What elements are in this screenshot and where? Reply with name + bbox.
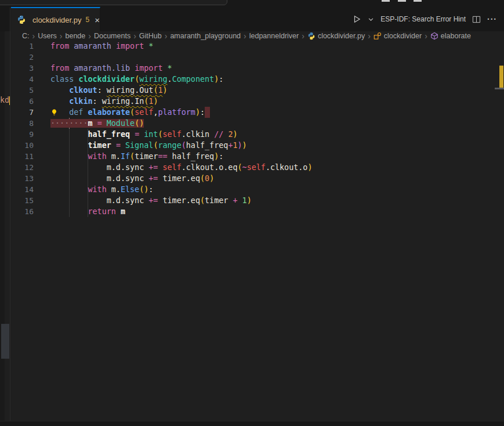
line-number[interactable]: 8	[10, 118, 34, 129]
code-token: :	[200, 108, 205, 117]
code-line[interactable]: 3from amaranth.lib import *	[10, 63, 504, 74]
code-token: m.	[111, 152, 121, 161]
breadcrumb-item-c[interactable]: C:	[22, 32, 30, 40]
code-line[interactable]: 6 clkin: wiring.In(1)	[10, 96, 504, 107]
code-token: import	[116, 42, 144, 50]
code-line[interactable]: 1from amaranth import *	[10, 41, 504, 52]
line-number[interactable]: 7	[10, 107, 34, 118]
run-button[interactable]	[352, 15, 361, 24]
code-token: clkout	[69, 86, 97, 95]
breadcrumb-label: C:	[22, 32, 30, 40]
code-line[interactable]: 11 with m.If(timer== half_freq):	[10, 151, 504, 162]
code-token	[50, 185, 88, 194]
code-token	[158, 196, 162, 205]
code-token: +=	[148, 163, 158, 172]
breadcrumb-label: ledpanneldriver	[249, 32, 299, 40]
tab-clockdivider-py[interactable]: clockdivider.py 5 ×	[11, 7, 100, 31]
code-token: amaranth	[74, 42, 111, 50]
line-number[interactable]: 1	[10, 41, 34, 52]
code-token: def	[69, 108, 83, 117]
line-number[interactable]: 5	[10, 85, 34, 96]
code-token: timer.eq	[163, 196, 201, 205]
code-text: timer = Signal(range(half_freq+1))	[50, 140, 247, 151]
code-line[interactable]: 15 m.d.sync += timer.eq(timer + 1)	[10, 195, 504, 206]
code-token: (	[158, 130, 162, 139]
code-token: =	[116, 141, 121, 150]
code-line[interactable]: 12 m.d.sync += self.clkout.o.eq(~self.cl…	[10, 162, 504, 173]
line-number[interactable]: 2	[10, 52, 34, 63]
breadcrumb-item-clockdivider[interactable]: clockdivider	[374, 32, 422, 40]
code-line[interactable]: 4class clockdivider(wiring.Component):	[10, 74, 504, 85]
code-text: m.d.sync += timer.eq(timer + 1)	[50, 195, 252, 206]
overview-ruler-slider-edge[interactable]	[495, 88, 504, 89]
more-actions-icon[interactable]: ···	[487, 15, 497, 24]
breadcrumb-item-documents[interactable]: Documents	[94, 32, 130, 40]
breadcrumb-separator-icon: ›	[88, 32, 91, 40]
code-text: clkout: wiring.Out(1)	[50, 85, 168, 96]
window-minimize-button[interactable]	[382, 0, 390, 2]
split-editor-icon[interactable]	[472, 15, 481, 24]
code-token: elaborate	[88, 108, 130, 117]
window-maximize-button[interactable]	[398, 0, 406, 2]
line-number[interactable]: 11	[10, 151, 34, 162]
code-token: =	[135, 130, 139, 139]
line-number[interactable]: 16	[10, 206, 34, 217]
breadcrumb-item-ledpanneldriver[interactable]: ledpanneldriver	[249, 32, 299, 40]
line-number[interactable]: 12	[10, 162, 34, 173]
code-line[interactable]: 16 return m	[10, 206, 504, 217]
code-line[interactable]: 8········m = Module()	[10, 118, 504, 129]
code-text: class clockdivider(wiring.Component):	[50, 74, 223, 85]
breadcrumb-item-clockdivider-py[interactable]: clockdivider.py	[307, 32, 365, 40]
code-line[interactable]: 2	[10, 52, 504, 63]
code-editor[interactable]: 1from amaranth import *23from amaranth.l…	[10, 41, 504, 421]
line-number[interactable]: 3	[10, 63, 34, 74]
code-line[interactable]: 14 with m.Else():	[10, 184, 504, 195]
line-number[interactable]: 15	[10, 195, 34, 206]
code-text: ········m = Module()	[50, 118, 144, 129]
line-number[interactable]: 10	[10, 140, 34, 151]
breadcrumb-item-users[interactable]: Users	[38, 32, 57, 40]
code-line[interactable]: 13 m.d.sync += timer.eq(0)	[10, 173, 504, 184]
code-token: 1	[242, 196, 247, 205]
line-number[interactable]: 4	[10, 74, 34, 85]
line-number[interactable]: 13	[10, 173, 34, 184]
left-editor-group-peek[interactable]: kd	[0, 7, 10, 421]
breadcrumb-item-bende[interactable]: bende	[66, 32, 86, 40]
window-close-button[interactable]	[414, 0, 422, 2]
esp-idf-search-error-hint-action[interactable]: ESP-IDF: Search Error Hint	[380, 15, 466, 23]
line-number[interactable]: 6	[10, 96, 34, 107]
breadcrumb-item-elaborate[interactable]: elaborate	[430, 32, 471, 40]
code-token: m.d.sync	[107, 174, 144, 183]
breadcrumb-label: clockdivider	[384, 32, 422, 40]
breadcrumb-item-amaranth-playground[interactable]: amaranth_playground	[170, 32, 241, 40]
code-text: m.d.sync += timer.eq(0)	[50, 173, 214, 184]
breadcrumb-separator-icon: ›	[60, 32, 63, 40]
code-token: Component	[172, 75, 215, 84]
code-token	[158, 174, 162, 183]
code-token: amaranth.lib	[74, 64, 130, 73]
line-number[interactable]: 9	[10, 129, 34, 140]
code-token: (	[182, 141, 186, 150]
code-token: timer.eq	[163, 174, 201, 183]
code-token: *	[168, 64, 172, 73]
left-group-scrollbar-thumb[interactable]	[1, 324, 9, 359]
editor-actions: ESP-IDF: Search Error Hint ···	[352, 7, 497, 31]
code-token: m.d.sync	[107, 196, 144, 205]
breadcrumb-item-github[interactable]: GitHub	[139, 32, 162, 40]
command-center-box[interactable]	[0, 0, 227, 5]
code-text: m.d.sync += self.clkout.o.eq(~self.clkou…	[50, 162, 313, 173]
code-line[interactable]: 9 half_freq = int(self.clkin // 2)	[10, 129, 504, 140]
run-dropdown-chevron-icon[interactable]	[368, 16, 374, 23]
code-token: *	[148, 42, 153, 50]
code-token: Else	[121, 185, 139, 194]
code-token	[209, 130, 214, 139]
code-line[interactable]: 7 def elaborate(self,platform):	[10, 107, 504, 118]
breadcrumb-separator-icon: ›	[425, 32, 427, 40]
breadcrumb: C:›Users›bende›Documents›GitHub›amaranth…	[10, 31, 504, 41]
code-line[interactable]: 5 clkout: wiring.Out(1)	[10, 85, 504, 96]
tab-close-icon[interactable]: ×	[95, 16, 100, 24]
code-token: )	[233, 130, 237, 139]
line-number[interactable]: 14	[10, 184, 34, 195]
code-text: clkin: wiring.In(1)	[50, 96, 158, 107]
code-line[interactable]: 10 timer = Signal(range(half_freq+1))	[10, 140, 504, 151]
